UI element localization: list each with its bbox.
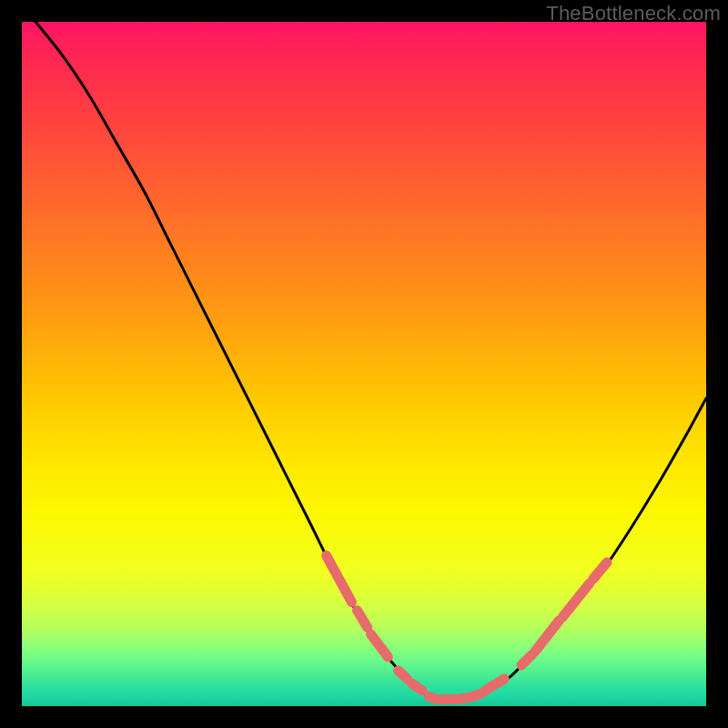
highlight-segment: [535, 621, 559, 652]
highlight-segment: [521, 655, 531, 665]
highlight-segment: [498, 679, 505, 683]
highlight-segment: [357, 611, 367, 628]
highlight-segment: [593, 562, 607, 579]
highlight-segment: [484, 685, 494, 693]
highlight-segment: [562, 583, 590, 618]
chart-frame: TheBottleneck.com: [0, 0, 728, 728]
bottleneck-curve: [35, 22, 706, 701]
highlight-segment: [371, 634, 389, 657]
highlight-segment: [470, 693, 480, 697]
highlight-segment: [399, 671, 408, 679]
bottleneck-curve-chart: [22, 22, 706, 706]
plot-area: [22, 22, 706, 706]
highlight-segment: [412, 683, 422, 691]
highlight-segment: [327, 556, 352, 602]
highlight-segment: [457, 698, 467, 700]
